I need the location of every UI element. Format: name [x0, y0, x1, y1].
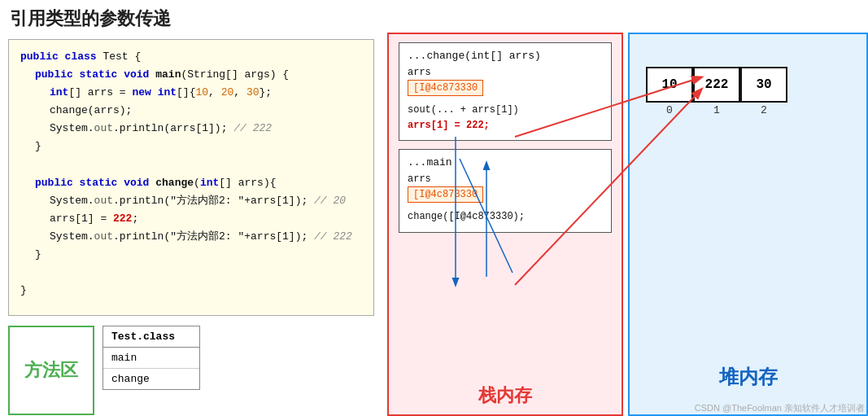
heap-panel: 10 222 30 0 1 2 堆内存 [628, 33, 868, 416]
test-class-box: Test.class main change [103, 326, 200, 390]
code-line-1: public class Test { [20, 50, 141, 63]
change-code-1: sout(... + arrs[1]) [408, 104, 519, 116]
code-line-2: public static void main(String[] args) { [35, 66, 362, 84]
main-frame: ...main arrs [I@4c873330 change([I@4c873… [399, 149, 612, 232]
array-cell-1: 222 [693, 67, 740, 103]
array-visual: 10 222 30 0 1 2 [646, 67, 858, 116]
change-code-2: arrs[1] = 222; [408, 120, 490, 131]
code-line-11: System.out.println("方法内部2: "+arrs[1]); /… [50, 228, 362, 246]
array-index-2: 2 [740, 104, 787, 116]
heap-title: 堆内存 [630, 364, 866, 390]
main-code-1: change([I@4c873330); [408, 211, 525, 222]
test-class-main: main [103, 348, 199, 369]
code-line-4: change(arrs); [50, 102, 362, 120]
code-box: public class Test { public static void m… [8, 39, 374, 316]
code-line-6: } [35, 138, 362, 155]
array-indices: 0 1 2 [646, 104, 858, 116]
change-frame: ...change(int[] arrs) arrs [I@4c873330 s… [399, 42, 612, 141]
page-title: 引用类型的参数传递 [0, 0, 868, 34]
code-panel: public class Test { public static void m… [0, 33, 382, 416]
main-arrs-value: [I@4c873330 [408, 186, 483, 203]
change-arrs-label: arrs [408, 67, 603, 78]
code-line-3: int[] arrs = new int[]{10, 20, 30}; [50, 84, 362, 102]
main-frame-title: ...main [408, 156, 603, 169]
array-cell-2: 30 [740, 67, 787, 103]
code-line-12: } [35, 246, 362, 264]
test-class-change: change [103, 369, 199, 389]
method-zone-label: 方法区 [8, 326, 94, 415]
code-line-9: System.out.println("方法内部2: "+arrs[1]); /… [50, 192, 362, 210]
test-class-header: Test.class [103, 326, 199, 348]
change-frame-code: sout(... + arrs[1]) arrs[1] = 222; [408, 103, 603, 134]
array-index-0: 0 [646, 104, 693, 116]
array-cell-0: 10 [646, 67, 693, 103]
main-arrs-label: arrs [408, 173, 603, 185]
code-line-13: } [20, 284, 27, 296]
code-line-8: public static void change(int[] arrs){ [35, 174, 362, 192]
stack-panel: ...change(int[] arrs) arrs [I@4c873330 s… [387, 33, 623, 416]
main-layout: public class Test { public static void m… [0, 33, 868, 416]
watermark: CSDN @TheFoolman 亲知软件人才培训者 [695, 402, 865, 414]
array-cells: 10 222 30 [646, 67, 858, 103]
change-frame-title: ...change(int[] arrs) [408, 50, 603, 62]
code-line-10: arrs[1] = 222; [50, 210, 362, 228]
stack-title: 栈内存 [389, 383, 622, 408]
change-arrs-value: [I@4c873330 [408, 80, 483, 96]
bottom-row: 方法区 Test.class main change [8, 326, 374, 415]
array-index-1: 1 [693, 104, 740, 116]
code-line-5: System.out.println(arrs[1]); // 222 [50, 120, 362, 138]
main-frame-code: change([I@4c873330); [408, 209, 603, 225]
